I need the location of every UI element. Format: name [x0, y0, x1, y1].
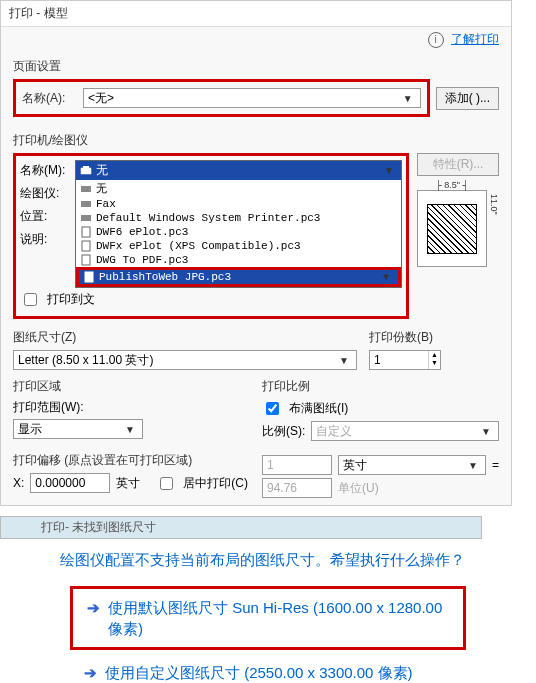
printer-group-title: 打印机/绘图仪: [13, 132, 499, 149]
fit-paper-checkbox[interactable]: [266, 402, 279, 415]
option-default-label: 使用默认图纸尺寸 Sun Hi-Res (1600.00 x 1280.00 像…: [108, 597, 449, 639]
width-dim: ├ 8.5" ┤: [417, 180, 487, 190]
print-to-file-label: 打印到文: [47, 291, 95, 308]
chevron-down-icon: ▼: [465, 460, 481, 471]
scale-unit1-select[interactable]: 英寸 ▼: [338, 455, 486, 475]
fit-paper-label: 布满图纸(I): [289, 400, 348, 417]
svg-rect-1: [83, 166, 89, 169]
svg-rect-7: [82, 255, 90, 265]
chevron-down-icon: ▼: [122, 424, 138, 435]
paper-preview: [417, 190, 487, 267]
svg-rect-6: [82, 241, 90, 251]
height-dim: 11.0": [489, 194, 499, 215]
plot-file-icon: [80, 226, 92, 238]
offset-x-unit: 英寸: [116, 475, 140, 492]
equals-label: =: [492, 458, 499, 472]
printer-icon: [80, 183, 92, 195]
printer-option[interactable]: DWG To PDF.pc3: [76, 253, 401, 267]
spin-down-icon[interactable]: ▼: [429, 359, 440, 367]
printer-option[interactable]: DWF6 ePlot.pc3: [76, 225, 401, 239]
chevron-down-icon: ▼: [378, 272, 394, 283]
plot-file-icon: [83, 271, 95, 283]
center-print-label: 居中打印(C): [183, 475, 248, 492]
svg-rect-3: [81, 201, 91, 207]
scale-unit2-label: 单位(U): [338, 480, 379, 497]
printer-name-label: 名称(M):: [20, 162, 75, 179]
printer-option[interactable]: DWFx ePlot (XPS Compatible).pc3: [76, 239, 401, 253]
chevron-down-icon: ▼: [478, 426, 494, 437]
svg-rect-8: [85, 272, 93, 282]
print-range-select[interactable]: 显示 ▼: [13, 419, 143, 439]
arrow-icon: ➔: [84, 662, 97, 683]
scale-title: 打印比例: [262, 378, 499, 395]
paper-size-title: 图纸尺寸(Z): [13, 329, 357, 346]
info-icon: i: [428, 32, 444, 48]
window-titlebar: 打印 - 模型: [1, 1, 511, 27]
page-setup-name-label: 名称(A):: [22, 90, 77, 107]
chevron-down-icon: ▼: [400, 93, 416, 104]
offset-x-label: X:: [13, 476, 24, 490]
hatch-icon: [427, 204, 477, 254]
printer-selected: 无: [96, 162, 108, 179]
arrow-icon: ➔: [87, 597, 100, 618]
paper-size-value: Letter (8.50 x 11.00 英寸): [18, 352, 153, 369]
print-range-label: 打印范围(W):: [13, 399, 250, 416]
copies-spinner[interactable]: ▲▼: [369, 350, 441, 370]
option-custom-label: 使用自定义图纸尺寸 (2550.00 x 3300.00 像素): [105, 662, 413, 683]
svg-rect-2: [81, 186, 91, 192]
scale-unit1-input[interactable]: [262, 455, 332, 475]
printer-option[interactable]: 无: [76, 180, 401, 197]
add-button[interactable]: 添加( )...: [436, 87, 499, 110]
print-range-value: 显示: [18, 421, 42, 438]
printer-name-dropdown[interactable]: 无 ▼ 无 Fax Default Windows System Printer…: [75, 160, 402, 288]
print-to-file-checkbox[interactable]: [24, 293, 37, 306]
plotter-label: 绘图仪:: [20, 185, 75, 202]
properties-button[interactable]: 特性(R)...: [417, 153, 499, 176]
printer-option[interactable]: Fax: [76, 197, 401, 211]
printer-option[interactable]: Default Windows System Printer.pc3: [76, 211, 401, 225]
center-print-checkbox[interactable]: [160, 477, 173, 490]
scale-ratio-select[interactable]: 自定义 ▼: [311, 421, 499, 441]
spin-up-icon[interactable]: ▲: [429, 351, 440, 359]
print-area-title: 打印区域: [13, 378, 250, 395]
printer-icon: [80, 212, 92, 224]
window-title: 打印 - 模型: [9, 5, 68, 22]
option-custom-size[interactable]: ➔ 使用自定义图纸尺寸 (2550.00 x 3300.00 像素): [70, 654, 466, 684]
option-default-size[interactable]: ➔ 使用默认图纸尺寸 Sun Hi-Res (1600.00 x 1280.00…: [70, 586, 466, 650]
copies-title: 打印份数(B): [369, 329, 499, 346]
page-setup-name-select[interactable]: <无> ▼: [83, 88, 421, 108]
error-dialog-title: 打印- 未找到图纸尺寸: [0, 516, 482, 539]
page-setup-title: 页面设置: [13, 58, 499, 75]
svg-rect-5: [82, 227, 90, 237]
page-setup-name-value: <无>: [88, 90, 114, 107]
paper-size-select[interactable]: Letter (8.50 x 11.00 英寸) ▼: [13, 350, 357, 370]
location-label: 位置:: [20, 208, 75, 225]
chevron-down-icon: ▼: [336, 355, 352, 366]
offset-title: 打印偏移 (原点设置在可打印区域): [13, 452, 250, 469]
question-text: 绘图仪配置不支持当前布局的图纸尺寸。希望执行什么操作？: [0, 539, 536, 582]
scale-ratio-value: 自定义: [316, 423, 352, 440]
printer-icon: [80, 198, 92, 210]
chevron-down-icon: ▼: [381, 165, 397, 176]
copies-input[interactable]: [370, 351, 428, 369]
scale-ratio-label: 比例(S):: [262, 423, 305, 440]
plot-file-icon: [80, 240, 92, 252]
description-label: 说明:: [20, 231, 75, 248]
printer-option-highlighted[interactable]: PublishToWeb JPG.pc3▼: [79, 270, 398, 284]
scale-unit2-input[interactable]: [262, 478, 332, 498]
help-link[interactable]: 了解打印: [451, 32, 499, 46]
offset-x-input[interactable]: [30, 473, 110, 493]
printer-icon: [80, 165, 92, 177]
plot-file-icon: [80, 254, 92, 266]
svg-rect-4: [81, 215, 91, 221]
